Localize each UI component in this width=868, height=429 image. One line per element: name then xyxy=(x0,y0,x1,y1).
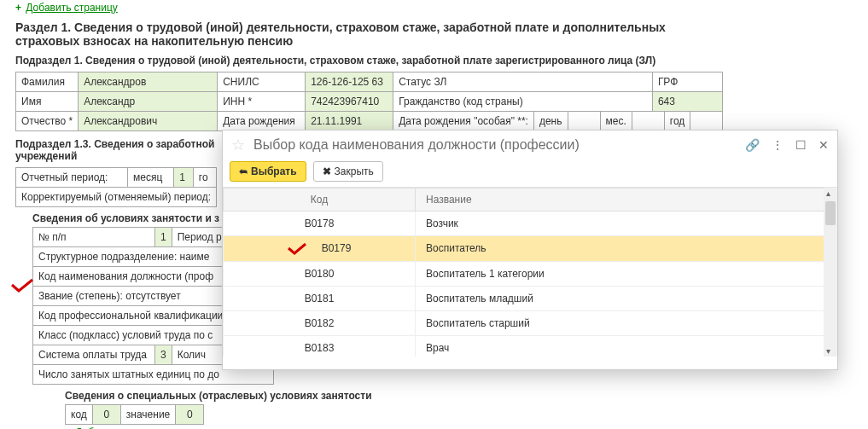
month-label: месяц xyxy=(128,168,174,188)
grf-label: ГРФ xyxy=(652,72,722,92)
name-value[interactable]: Александр xyxy=(79,92,218,112)
person-table: Фамилия Александров СНИЛС 126-126-125 63… xyxy=(15,72,723,131)
sys-value[interactable]: 3 xyxy=(155,345,172,365)
row-code: В0178 xyxy=(224,212,416,236)
row-name: Воспитатель старший xyxy=(416,310,837,335)
scrollbar-thumb[interactable] xyxy=(825,201,836,225)
row-code: В0179 xyxy=(224,236,416,262)
inn-label: ИНН * xyxy=(218,92,306,112)
bdate2-label: Дата рождения "особая" **: xyxy=(393,112,533,130)
grazh-value[interactable]: 643 xyxy=(652,92,722,112)
report-period-table: Отчетный период: месяц 1 го Корректируем… xyxy=(15,167,217,207)
inn-value[interactable]: 742423967410 xyxy=(306,92,393,112)
more-icon[interactable]: ⋮ xyxy=(772,138,784,152)
table-row[interactable]: В0182Воспитатель старший xyxy=(224,310,837,335)
snils-value[interactable]: 126-126-125 63 xyxy=(306,72,393,92)
table-row[interactable]: В0183Врач xyxy=(224,335,837,357)
table-row[interactable]: В0181Воспитатель младший xyxy=(224,286,837,310)
name-label: Имя xyxy=(16,92,79,112)
sub1-title: Подраздел 1. Сведения о трудовой (иной) … xyxy=(15,55,853,67)
year-label: год xyxy=(664,112,690,130)
table-row[interactable]: В0179Воспитатель xyxy=(224,236,837,262)
fam-value[interactable]: Александров xyxy=(79,72,218,92)
row-name: Воспитатель xyxy=(416,236,837,262)
spec-table: код 0 значение 0 xyxy=(65,404,204,425)
spec-kod-label: код xyxy=(66,405,93,425)
npp-label: № п/п xyxy=(33,228,155,247)
corr-period-label: Корректируемый (отменяемый) период: xyxy=(16,188,217,207)
bdate-label: Дата рождения xyxy=(218,112,306,131)
row-code: В0181 xyxy=(224,286,416,310)
link-icon[interactable]: 🔗 xyxy=(745,138,760,152)
day-value[interactable] xyxy=(568,112,600,130)
row-code: В0180 xyxy=(224,261,416,286)
spec-kod-value[interactable]: 0 xyxy=(92,405,120,425)
god-label: го xyxy=(193,168,216,188)
red-check-icon xyxy=(288,242,322,254)
row-code: В0183 xyxy=(224,335,416,357)
modal-dialog: ☆ Выбор кода наименования должности (про… xyxy=(222,130,838,370)
modal-title: Выбор кода наименования должности (профе… xyxy=(253,137,740,153)
section-title: Раздел 1. Сведения о трудовой (иной) дея… xyxy=(15,20,715,48)
grazh-label: Гражданство (код страны) xyxy=(393,92,653,112)
sub13-title-l1: Подраздел 1.3. Сведения о заработной xyxy=(15,138,214,150)
row-name: Возчик xyxy=(416,212,837,236)
close-icon[interactable]: ✕ xyxy=(818,138,829,152)
otch-label: Отчество * xyxy=(16,112,79,131)
x-icon: ✖ xyxy=(323,165,331,177)
arrow-icon: ➦ xyxy=(239,165,248,177)
maximize-icon[interactable]: ☐ xyxy=(795,138,807,152)
star-icon[interactable]: ☆ xyxy=(231,136,245,154)
bdate-value[interactable]: 21.11.1991 xyxy=(306,112,393,131)
close-button-label: Закрыть xyxy=(335,165,374,177)
scrollbar[interactable] xyxy=(824,188,837,357)
status-label: Статус ЗЛ xyxy=(393,72,653,92)
select-button[interactable]: ➦ Выбрать xyxy=(230,161,306,182)
otch-value[interactable]: Александрович xyxy=(79,112,218,131)
table-row[interactable]: В0178Возчик xyxy=(224,212,837,236)
year-value[interactable] xyxy=(690,112,723,130)
mon-label: мес. xyxy=(600,112,632,130)
snils-label: СНИЛС xyxy=(218,72,306,92)
table-row[interactable]: В0180Воспитатель 1 категории xyxy=(224,261,837,286)
spec-title: Сведения о специальных (отраслевых) усло… xyxy=(65,390,853,402)
sub13-title-l2: учреждений xyxy=(15,150,77,162)
col-name[interactable]: Название xyxy=(416,188,837,212)
row-name: Воспитатель младший xyxy=(416,286,837,310)
row-code: В0182 xyxy=(224,310,416,335)
npp-value[interactable]: 1 xyxy=(155,228,172,247)
plus-icon: + xyxy=(15,2,21,14)
mon-value[interactable] xyxy=(632,112,664,130)
add-page-link[interactable]: Добавить страницу xyxy=(26,2,117,14)
row-name: Воспитатель 1 категории xyxy=(416,261,837,286)
spec-zn-value[interactable]: 0 xyxy=(176,405,204,425)
otch-period-label: Отчетный период: xyxy=(16,168,128,188)
month-value[interactable]: 1 xyxy=(174,168,194,188)
row-name: Врач xyxy=(416,335,837,357)
grid-table: Код Название В0178ВозчикВ0179Воспитатель… xyxy=(223,188,837,357)
select-button-label: Выбрать xyxy=(251,165,297,177)
day-label: день xyxy=(533,112,568,130)
fam-label: Фамилия xyxy=(16,72,79,92)
sys-label: Система оплаты труда xyxy=(33,345,155,365)
close-button[interactable]: ✖ Закрыть xyxy=(313,161,383,182)
spec-zn-label: значение xyxy=(120,405,175,425)
red-check-icon xyxy=(10,278,34,293)
col-code[interactable]: Код xyxy=(224,188,416,212)
